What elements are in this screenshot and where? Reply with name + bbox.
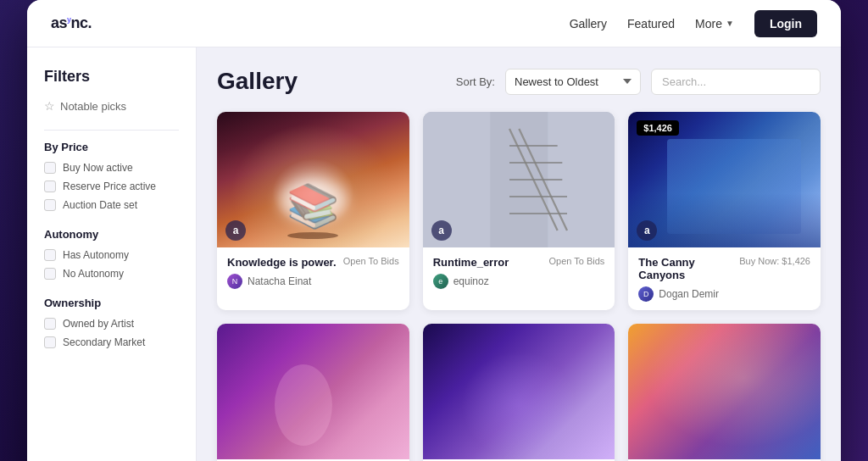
filter-reserve-price[interactable]: Reserve Price active: [44, 181, 179, 192]
notable-picks[interactable]: ☆ Notable picks: [44, 99, 179, 113]
filter-has-autonomy-label: Has Autonomy: [63, 249, 129, 261]
art-image-wrap-5: [423, 324, 615, 459]
filter-section-ownership: Ownership Owned by Artist Secondary Mark…: [44, 297, 179, 348]
art-artist-row-1: N Natacha Einat: [227, 274, 399, 289]
filter-section-autonomy: Autonomy Has Autonomy No Autonomy: [44, 228, 179, 280]
filter-buy-now[interactable]: Buy Now active: [44, 162, 179, 174]
art-status-2: Open To Bids: [548, 256, 604, 266]
sidebar: Filters ☆ Notable picks By Price Buy Now…: [27, 47, 197, 461]
art-card-2[interactable]: a Runtime_error Open To Bids e equinoz: [423, 112, 615, 310]
filter-secondary-market-label: Secondary Market: [63, 336, 145, 348]
chevron-down-icon: ▼: [726, 19, 734, 28]
artist-avatar-3: D: [638, 286, 654, 302]
art-image-wrap-2: a: [423, 112, 615, 247]
nav: Gallery Featured More ▼ Login: [570, 10, 817, 37]
body: Filters ☆ Notable picks By Price Buy Now…: [27, 47, 841, 461]
controls: Sort By: Newest to Oldest Oldest to Newe…: [456, 69, 821, 95]
filter-ownership-title: Ownership: [44, 297, 179, 309]
art-info-1: Knowledge is power. Open To Bids N Natac…: [217, 247, 409, 297]
art-image-wrap-3: $1,426 a: [628, 112, 821, 247]
sidebar-title: Filters: [44, 68, 179, 86]
art-info-2: Runtime_error Open To Bids e equinoz: [423, 247, 615, 297]
art-card-6[interactable]: [628, 324, 821, 461]
checkbox-secondary-market[interactable]: [44, 336, 56, 348]
filter-reserve-price-label: Reserve Price active: [63, 181, 156, 192]
async-badge-1: a: [225, 220, 246, 241]
main-header: Gallery Sort By: Newest to Oldest Oldest…: [217, 68, 821, 95]
art-info-3: The Canny Canyons Buy Now: $1,426 D Doga…: [628, 247, 821, 310]
nav-gallery[interactable]: Gallery: [570, 17, 607, 31]
filter-autonomy-title: Autonomy: [44, 228, 179, 241]
header: async. Gallery Featured More ▼ Login: [27, 0, 841, 47]
art-card-5[interactable]: [423, 324, 615, 461]
search-input[interactable]: [651, 69, 821, 95]
artist-name-3: Dogan Demir: [659, 288, 719, 300]
nav-featured[interactable]: Featured: [627, 17, 675, 31]
main-content: Gallery Sort By: Newest to Oldest Oldest…: [197, 47, 841, 461]
logo: async.: [51, 14, 92, 32]
art-title-row-2: Runtime_error Open To Bids: [433, 256, 605, 269]
artist-name-2: equinoz: [453, 275, 489, 287]
notable-picks-label: Notable picks: [60, 100, 126, 113]
art-title-row-3: The Canny Canyons Buy Now: $1,426: [638, 256, 810, 281]
gallery-grid: a Knowledge is power. Open To Bids N Nat…: [217, 112, 821, 461]
art-artist-row-3: D Dogan Demir: [638, 286, 810, 302]
sort-select[interactable]: Newest to Oldest Oldest to Newest Price:…: [505, 69, 641, 95]
art-image-wrap-4: [217, 324, 409, 459]
art-image-wrap-6: [628, 324, 821, 459]
artist-avatar-1: N: [227, 274, 242, 289]
checkbox-auction-date[interactable]: [44, 199, 56, 211]
price-badge-3: $1,426: [637, 120, 679, 136]
art-title-2: Runtime_error: [433, 256, 509, 269]
filter-section-price: By Price Buy Now active Reserve Price ac…: [44, 141, 179, 211]
filter-buy-now-label: Buy Now active: [63, 162, 133, 174]
artist-avatar-2: e: [433, 274, 448, 289]
art-title-row-1: Knowledge is power. Open To Bids: [227, 256, 399, 269]
filter-price-title: By Price: [44, 141, 179, 153]
filter-auction-date-label: Auction Date set: [63, 199, 137, 211]
filter-secondary-market[interactable]: Secondary Market: [44, 336, 179, 348]
nav-more[interactable]: More ▼: [695, 17, 734, 31]
login-button[interactable]: Login: [754, 10, 817, 37]
art-status-1: Open To Bids: [343, 256, 399, 266]
page-title: Gallery: [217, 68, 298, 95]
checkbox-owned-artist[interactable]: [44, 318, 56, 330]
checkbox-has-autonomy[interactable]: [44, 249, 56, 261]
sort-label: Sort By:: [456, 75, 495, 88]
art-card-3[interactable]: $1,426 a The Canny Canyons Buy Now: $1,4…: [628, 112, 821, 310]
star-icon: ☆: [44, 99, 55, 113]
filter-no-autonomy[interactable]: No Autonomy: [44, 268, 179, 280]
checkbox-no-autonomy[interactable]: [44, 268, 56, 280]
filter-no-autonomy-label: No Autonomy: [63, 268, 124, 280]
checkbox-buy-now[interactable]: [44, 162, 56, 174]
app-container: async. Gallery Featured More ▼ Login Fil…: [27, 0, 841, 461]
art-image-wrap-1: a: [217, 112, 409, 247]
checkbox-reserve-price[interactable]: [44, 181, 56, 192]
divider-1: [44, 130, 179, 131]
async-badge-2: a: [431, 220, 452, 241]
art-title-3: The Canny Canyons: [638, 256, 732, 281]
filter-has-autonomy[interactable]: Has Autonomy: [44, 249, 179, 261]
filter-owned-artist[interactable]: Owned by Artist: [44, 318, 179, 330]
art-artist-row-2: e equinoz: [433, 274, 605, 289]
artist-name-1: Natacha Einat: [248, 275, 311, 287]
art-card-4[interactable]: [217, 324, 409, 461]
filter-auction-date[interactable]: Auction Date set: [44, 199, 179, 211]
art-status-3: Buy Now: $1,426: [739, 256, 810, 266]
filter-owned-artist-label: Owned by Artist: [63, 318, 134, 330]
art-title-1: Knowledge is power.: [227, 256, 337, 269]
art-card-1[interactable]: a Knowledge is power. Open To Bids N Nat…: [217, 112, 409, 310]
